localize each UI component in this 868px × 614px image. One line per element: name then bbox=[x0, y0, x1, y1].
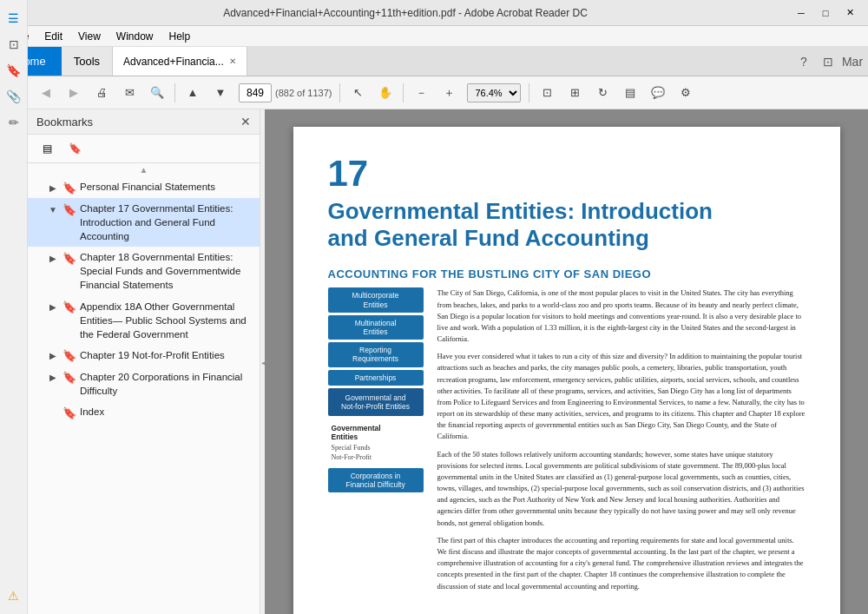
separator-2 bbox=[339, 83, 340, 102]
bm-bookmark-ch18-icon: 🔖 bbox=[62, 251, 76, 265]
menu-view[interactable]: View bbox=[71, 29, 108, 44]
nav-label-not-for-profit: Not-For-Profit bbox=[328, 452, 424, 462]
bookmark-item-personal-financial[interactable]: ▶ 🔖 Personal Financial Statements bbox=[28, 176, 260, 198]
hand-tool[interactable]: ✋ bbox=[372, 81, 398, 105]
next-page-button[interactable]: ▼ bbox=[207, 81, 233, 105]
pdf-para-3: Each of the 50 states follows relatively… bbox=[437, 449, 806, 529]
sidebar-bookmark-add-btn[interactable]: 🔖 bbox=[62, 138, 87, 159]
nav-btn-reporting[interactable]: ReportingRequirements bbox=[328, 342, 424, 366]
tab-bar-right: ? ⊡ Mar bbox=[788, 47, 868, 76]
sidebar-toolbar: ▤ 🔖 bbox=[28, 135, 260, 163]
zoom-group: 76.4% 50% 75% 100% 125% 150% bbox=[467, 83, 521, 102]
close-button[interactable]: ✕ bbox=[838, 4, 861, 22]
nav-btn-multicorporate[interactable]: MulticorporateEntities bbox=[328, 287, 424, 312]
tab-bar: Home Tools Advanced+Financia... ✕ ? ⊡ Ma… bbox=[0, 47, 868, 76]
rotate-button[interactable]: ↻ bbox=[589, 81, 615, 105]
bookmark-label-app18a: Appendix 18A Other Governmental Entities… bbox=[80, 300, 253, 341]
warning-icon[interactable]: ⚠ bbox=[3, 584, 25, 607]
tab-tools[interactable]: Tools bbox=[62, 47, 113, 76]
help-icon[interactable]: ? bbox=[795, 53, 812, 70]
window-controls: ─ □ ✕ bbox=[790, 4, 861, 22]
forward-button[interactable]: ▶ bbox=[61, 81, 87, 105]
comment-button[interactable]: 💬 bbox=[645, 81, 671, 105]
zoom-out-button[interactable]: － bbox=[408, 81, 434, 105]
layout-button[interactable]: ▤ bbox=[617, 81, 643, 105]
print-button[interactable]: 🖨 bbox=[89, 81, 115, 105]
fit-page-button[interactable]: ⊡ bbox=[534, 81, 560, 105]
menu-help[interactable]: Help bbox=[162, 29, 198, 44]
tools-panel-icon[interactable]: 🔖 bbox=[3, 59, 25, 82]
bookmark-item-ch18[interactable]: ▶ 🔖 Chapter 18 Governmental Entities: Sp… bbox=[28, 247, 260, 295]
window-title: Advanced+Financial+Accounting+11th+editi… bbox=[21, 7, 790, 19]
bm-bookmark-icon: 🔖 bbox=[62, 181, 76, 195]
bm-expand-icon[interactable]: ▶ bbox=[47, 182, 59, 194]
more-tools-button[interactable]: ⚙ bbox=[673, 81, 699, 105]
nav-label-special-funds: Special Funds bbox=[328, 443, 424, 452]
chapter-number: 17 bbox=[328, 153, 806, 195]
sidebar-content[interactable]: ▲ ▶ 🔖 Personal Financial Statements ▼ 🔖 … bbox=[28, 163, 260, 614]
bm-expand-ch17-icon[interactable]: ▼ bbox=[47, 203, 59, 215]
bm-expand-app18a-icon[interactable]: ▶ bbox=[47, 301, 59, 314]
sidebar-view-btn[interactable]: ▤ bbox=[35, 138, 59, 159]
attachments-panel-icon[interactable]: 📎 bbox=[3, 85, 25, 108]
menu-bar: File Edit View Window Help bbox=[0, 26, 868, 47]
nav-btn-multinational[interactable]: MultinationalEntities bbox=[328, 315, 424, 340]
tab-document[interactable]: Advanced+Financia... ✕ bbox=[113, 47, 247, 76]
pdf-para-1: The City of San Diego, California, is on… bbox=[437, 287, 806, 345]
bookmark-item-index[interactable]: 🔖 Index bbox=[28, 401, 260, 423]
bookmarks-panel-icon[interactable]: ☰ bbox=[3, 7, 25, 30]
zoom-in-button[interactable]: ＋ bbox=[436, 81, 462, 105]
bm-bookmark-index-icon: 🔖 bbox=[62, 406, 76, 419]
bookmark-item-app18a[interactable]: ▶ 🔖 Appendix 18A Other Governmental Enti… bbox=[28, 296, 260, 345]
email-button[interactable]: ✉ bbox=[116, 81, 142, 105]
bookmark-item-ch17[interactable]: ▼ 🔖 Chapter 17 Governmental Entities: In… bbox=[28, 198, 260, 247]
page-number-input[interactable] bbox=[239, 83, 272, 102]
bookmark-item-ch20[interactable]: ▶ 🔖 Chapter 20 Corporations in Financial… bbox=[28, 366, 260, 401]
bm-bookmark-ch19-icon: 🔖 bbox=[62, 349, 76, 363]
nav-btn-corporations[interactable]: Corporations inFinancial Difficulty bbox=[328, 468, 424, 492]
bm-expand-ch19-icon[interactable]: ▶ bbox=[47, 350, 59, 362]
share-icon[interactable]: ⊡ bbox=[819, 53, 837, 70]
zoom-select[interactable]: 76.4% 50% 75% 100% 125% 150% bbox=[467, 83, 521, 102]
bookmark-label-ch17: Chapter 17 Governmental Entities: Introd… bbox=[80, 201, 253, 243]
pdf-two-col: MulticorporateEntities MultinationalEnti… bbox=[328, 287, 806, 597]
page-total: (882 of 1137) bbox=[275, 88, 332, 98]
separator-3 bbox=[403, 83, 404, 102]
prev-page-button[interactable]: ▲ bbox=[180, 81, 206, 105]
bookmark-label-index: Index bbox=[80, 405, 253, 419]
main-layout: ☰ ⊡ 🔖 📎 ✏ ⚠ Bookmarks ✕ ▤ 🔖 ▲ ▶ 🔖 Person… bbox=[0, 109, 868, 614]
separator-1 bbox=[174, 83, 175, 102]
pages-panel-icon[interactable]: ⊡ bbox=[3, 33, 25, 56]
section-heading: ACCOUNTING FOR THE BUSTLING CITY OF SAN … bbox=[328, 267, 806, 281]
nav-btn-governmental[interactable]: Governmental andNot-for-Profit Entities bbox=[328, 388, 424, 416]
bm-bookmark-app18a-icon: 🔖 bbox=[62, 300, 76, 314]
title-bar: A Advanced+Financial+Accounting+11th+edi… bbox=[0, 0, 868, 26]
tab-close-icon[interactable]: ✕ bbox=[229, 56, 236, 66]
maximize-button[interactable]: □ bbox=[814, 4, 837, 22]
signatures-panel-icon[interactable]: ✏ bbox=[3, 111, 25, 134]
nav-btn-partnerships[interactable]: Partnerships bbox=[328, 370, 424, 386]
minimize-button[interactable]: ─ bbox=[790, 4, 812, 22]
back-button[interactable]: ◀ bbox=[33, 81, 59, 105]
pdf-text-col: The City of San Diego, California, is on… bbox=[437, 287, 806, 597]
bookmark-item-ch19[interactable]: ▶ 🔖 Chapter 19 Not-for-Profit Entities bbox=[28, 345, 260, 366]
fit-width-button[interactable]: ⊞ bbox=[562, 81, 588, 105]
pdf-page: 17 Governmental Entities: Introductionan… bbox=[293, 127, 840, 614]
select-tool[interactable]: ↖ bbox=[345, 81, 371, 105]
menu-window[interactable]: Window bbox=[109, 29, 161, 44]
sidebar-close-button[interactable]: ✕ bbox=[240, 115, 251, 129]
nav-label-gov-entities: GovernmentalEntities bbox=[328, 422, 424, 443]
bookmark-label-ch19: Chapter 19 Not-for-Profit Entities bbox=[80, 348, 253, 362]
toolbar: 💾 ◀ ▶ 🖨 ✉ 🔍 ▲ ▼ (882 of 1137) ↖ ✋ － ＋ 76… bbox=[0, 76, 868, 109]
bm-expand-ch18-icon[interactable]: ▶ bbox=[47, 252, 59, 264]
search-button[interactable]: 🔍 bbox=[144, 81, 170, 105]
nav-subitems: GovernmentalEntities Special Funds Not-F… bbox=[328, 419, 424, 462]
bm-expand-ch20-icon[interactable]: ▶ bbox=[47, 372, 59, 384]
bookmark-label-ch20: Chapter 20 Corporations in Financial Dif… bbox=[80, 370, 253, 398]
separator-4 bbox=[529, 83, 529, 102]
mar-label[interactable]: Mar bbox=[844, 53, 861, 70]
page-input-group: (882 of 1137) bbox=[239, 83, 332, 102]
bookmark-label-personal: Personal Financial Statements bbox=[80, 180, 253, 194]
menu-edit[interactable]: Edit bbox=[37, 29, 69, 44]
pdf-nav-col: MulticorporateEntities MultinationalEnti… bbox=[328, 287, 424, 597]
